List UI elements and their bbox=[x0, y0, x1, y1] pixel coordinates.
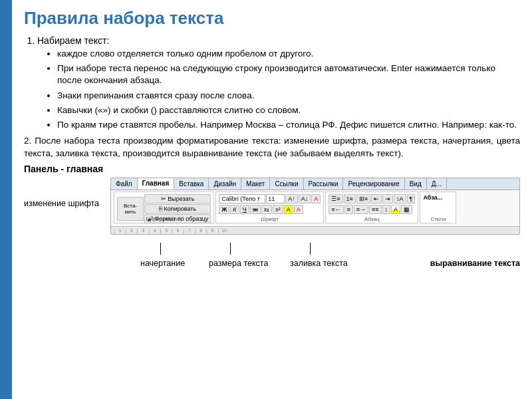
ribbon: Файл Главная Вставка Дизайн Макет Ссылки… bbox=[110, 178, 520, 235]
font-content: A↑ A↓ А Ж К Ч зк х₂ х² А bbox=[219, 194, 321, 214]
font-color-button[interactable]: А bbox=[311, 194, 321, 203]
labels-below-ribbon: начертание размера текста заливка текста… bbox=[110, 235, 520, 269]
line-spacing-button[interactable]: ↕ bbox=[382, 205, 391, 214]
highlight-button[interactable]: А bbox=[284, 205, 293, 214]
fill-label: заливка текста bbox=[290, 259, 348, 268]
multilevel-button[interactable]: ⊞≡ bbox=[356, 194, 370, 203]
numbering-button[interactable]: 1≡ bbox=[344, 194, 356, 203]
styles-preview: Абза... bbox=[423, 194, 442, 201]
cut-button[interactable]: ✂ Вырезать bbox=[144, 194, 211, 203]
main-content: Правила набора текста Набираем текст: ка… bbox=[12, 0, 532, 399]
section1-label: Набираем текст: bbox=[37, 35, 109, 46]
font-name-input[interactable] bbox=[219, 194, 265, 203]
bullet-item-2: При наборе теста перенос на следующую ст… bbox=[57, 63, 520, 86]
subscript-button[interactable]: х₂ bbox=[261, 205, 273, 214]
bullets-button[interactable]: ☰≡ bbox=[329, 194, 342, 203]
para-row1: ☰≡ 1≡ ⊞≡ ⇤ ⇥ ↕A ¶ bbox=[329, 194, 415, 203]
font-grow-button[interactable]: A↑ bbox=[285, 194, 298, 203]
underline-button[interactable]: Ч bbox=[240, 205, 249, 214]
bullet-item-5: По краям тире ставятся пробелы. Например… bbox=[57, 119, 520, 131]
font-row2: Ж К Ч зк х₂ х² А А bbox=[219, 205, 303, 214]
align-right-button[interactable]: ≡→ bbox=[354, 205, 368, 214]
font-shrink-button[interactable]: A↓ bbox=[299, 194, 311, 203]
ribbon-tabs: Файл Главная Вставка Дизайн Макет Ссылки… bbox=[111, 178, 519, 190]
styles-group: Абза... Стили bbox=[420, 192, 456, 223]
ribbon-container: Файл Главная Вставка Дизайн Макет Ссылки… bbox=[110, 178, 520, 269]
paragraph-group: ☰≡ 1≡ ⊞≡ ⇤ ⇥ ↕A ¶ ≡← ≡ ≡→ bbox=[325, 192, 418, 223]
tab-view[interactable]: Вид bbox=[405, 178, 427, 190]
italic-button[interactable]: К bbox=[230, 205, 239, 214]
paragraph-label: Абзац bbox=[326, 216, 418, 222]
tab-refs[interactable]: Ссылки bbox=[270, 178, 303, 190]
ruler: | 1 | 2 | 3 | 4 | 5 | 6 | 7 | 8 | 9 | 10 bbox=[111, 226, 519, 234]
style-label: начертание bbox=[140, 259, 185, 268]
section2-text: 2. После набора теста производим формати… bbox=[24, 135, 520, 160]
clipboard-group: Вста-вить ✂ Вырезать ⎘ Копировать 🖌 Форм… bbox=[114, 192, 214, 223]
border-button[interactable]: ▦ bbox=[401, 205, 412, 214]
left-label-area: изменение шрифта bbox=[24, 178, 110, 269]
page-title: Правила набора текста bbox=[24, 8, 520, 29]
clipboard-label: Буфер обмена bbox=[114, 216, 213, 222]
font-change-label: изменение шрифта bbox=[24, 199, 99, 208]
increase-indent-button[interactable]: ⇥ bbox=[382, 194, 393, 203]
ribbon-body: Вста-вить ✂ Вырезать ⎘ Копировать 🖌 Форм… bbox=[111, 190, 519, 226]
strikethrough-button[interactable]: зк bbox=[250, 205, 261, 214]
align-label: выравнивание текста bbox=[430, 259, 520, 268]
tab-design[interactable]: Дизайн bbox=[209, 178, 241, 190]
superscript-button[interactable]: х² bbox=[273, 205, 283, 214]
bullet-item-4: Кавычки («») и скобки () расставляются с… bbox=[57, 104, 520, 116]
tab-file[interactable]: Файл bbox=[111, 178, 138, 190]
bullet-list: каждое слово отделяется только одним про… bbox=[57, 48, 520, 131]
copy-button[interactable]: ⎘ Копировать bbox=[144, 204, 211, 213]
font-size-input[interactable] bbox=[266, 194, 285, 203]
para-row2: ≡← ≡ ≡→ ≡≡ ↕ А ▦ bbox=[329, 205, 412, 214]
size-label: размера текста bbox=[209, 259, 268, 268]
styles-label: Стили bbox=[420, 216, 456, 222]
justify-button[interactable]: ≡≡ bbox=[369, 205, 382, 214]
align-left-button[interactable]: ≡← bbox=[329, 205, 343, 214]
numbered-item-1: Набираем текст: каждое слово отделяется … bbox=[37, 35, 520, 131]
align-center-button[interactable]: ≡ bbox=[344, 205, 353, 214]
sort-button[interactable]: ↕A bbox=[394, 194, 406, 203]
tab-insert[interactable]: Вставка bbox=[174, 178, 209, 190]
styles-content: Абза... bbox=[423, 194, 453, 201]
numbered-list: Набираем текст: каждое слово отделяется … bbox=[37, 35, 520, 131]
show-marks-button[interactable]: ¶ bbox=[407, 194, 416, 203]
font-color2-button[interactable]: А bbox=[294, 205, 303, 214]
decrease-indent-button[interactable]: ⇤ bbox=[371, 194, 382, 203]
fill-color-button[interactable]: А bbox=[391, 205, 400, 214]
font-group: A↑ A↓ А Ж К Ч зк х₂ х² А bbox=[215, 192, 324, 223]
bullet-item-1: каждое слово отделяется только одним про… bbox=[57, 48, 520, 60]
size-arrow-v bbox=[230, 243, 231, 255]
tab-review[interactable]: Рецензирование bbox=[343, 178, 404, 190]
font-label: Шрифт bbox=[216, 216, 323, 222]
left-sidebar bbox=[0, 0, 12, 399]
tab-home[interactable]: Главная bbox=[138, 178, 175, 190]
tab-extra[interactable]: Д... bbox=[427, 178, 447, 190]
fill-arrow-v bbox=[310, 243, 311, 255]
paragraph-content: ☰≡ 1≡ ⊞≡ ⇤ ⇥ ↕A ¶ ≡← ≡ ≡→ bbox=[329, 194, 415, 214]
bullet-item-3: Знаки препинания ставятся сразу после сл… bbox=[57, 90, 520, 102]
tab-layout[interactable]: Макет bbox=[241, 178, 270, 190]
tab-mailings[interactable]: Рассылки bbox=[304, 178, 344, 190]
toolbar-section: изменение шрифта Файл Главная Вставка Ди… bbox=[24, 178, 520, 269]
panel-label: Панель - главная bbox=[24, 164, 520, 174]
font-row1: A↑ A↓ А bbox=[219, 194, 321, 203]
bold-button[interactable]: Ж bbox=[219, 205, 229, 214]
style-arrow-v bbox=[160, 243, 161, 255]
